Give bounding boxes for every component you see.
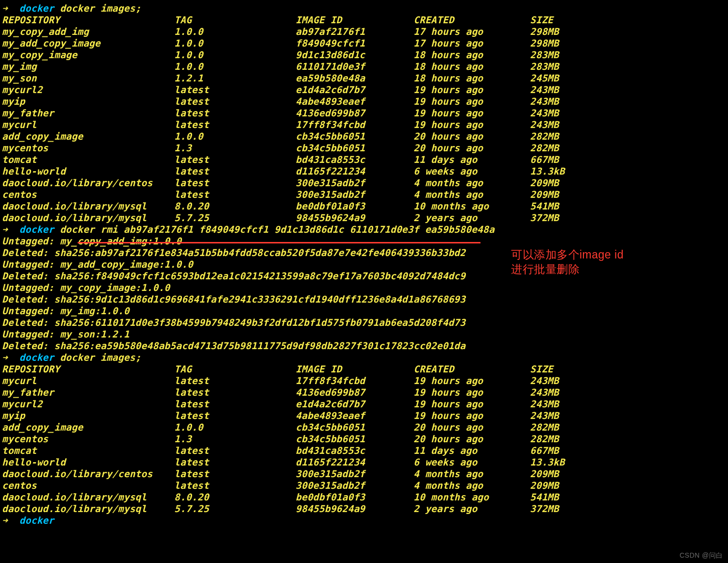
table-row: myiplatest4abe4893eaef19 hours ago243MB bbox=[2, 96, 728, 108]
cell-size: 282MB bbox=[530, 131, 559, 143]
cell-image-id: 4abe4893eaef bbox=[296, 96, 414, 108]
cell-repository: add_copy_image bbox=[2, 422, 174, 434]
cell-tag: 1.3 bbox=[174, 434, 296, 445]
cell-tag: 1.0.0 bbox=[174, 131, 296, 143]
cell-repository: daocloud.io/library/mysql bbox=[2, 503, 174, 515]
cell-created: 18 hours ago bbox=[414, 61, 530, 73]
cell-created: 4 months ago bbox=[414, 177, 530, 189]
cell-image-id: ea59b580e48a bbox=[296, 73, 414, 84]
cell-image-id: bd431ca8553c bbox=[296, 154, 414, 166]
cell-image-id: 4abe4893eaef bbox=[296, 410, 414, 422]
cell-tag: latest bbox=[174, 445, 296, 457]
cell-image-id: 300e315adb2f bbox=[296, 480, 414, 492]
cell-size: 298MB bbox=[530, 38, 559, 49]
cell-created: 2 years ago bbox=[414, 212, 530, 224]
cell-image-id: be0dbf01a0f3 bbox=[296, 201, 414, 212]
cell-created: 11 days ago bbox=[414, 154, 530, 166]
cell-image-id: cb34c5bb6051 bbox=[296, 434, 414, 445]
cell-image-id: cb34c5bb6051 bbox=[296, 422, 414, 434]
table-row: mycurllatest17ff8f34fcbd19 hours ago243M… bbox=[2, 119, 728, 131]
output-line: Untagged: my_copy_image:1.0.0 bbox=[2, 282, 728, 294]
cell-image-id: 4136ed699b87 bbox=[296, 108, 414, 119]
cell-created: 19 hours ago bbox=[414, 119, 530, 131]
cell-image-id: e1d4a2c6d7b7 bbox=[296, 399, 414, 410]
cell-image-id: bd431ca8553c bbox=[296, 445, 414, 457]
cell-size: 372MB bbox=[530, 503, 559, 515]
table-row: my_img1.0.06110171d0e3f18 hours ago283MB bbox=[2, 61, 728, 73]
cell-created: 19 hours ago bbox=[414, 84, 530, 96]
table-row: mycurl2lateste1d4a2c6d7b719 hours ago243… bbox=[2, 84, 728, 96]
cell-tag: 8.0.20 bbox=[174, 492, 296, 503]
cell-created: 20 hours ago bbox=[414, 422, 530, 434]
cell-repository: myip bbox=[2, 410, 174, 422]
table-row: daocloud.io/library/centoslatest300e315a… bbox=[2, 177, 728, 189]
cell-size: 209MB bbox=[530, 177, 559, 189]
table-row: centoslatest300e315adb2f4 months ago209M… bbox=[2, 189, 728, 201]
col-tag: TAG bbox=[174, 15, 296, 26]
cell-tag: 1.0.0 bbox=[174, 38, 296, 49]
table-row: hello-worldlatestd1165f2212346 weeks ago… bbox=[2, 457, 728, 468]
cell-created: 20 hours ago bbox=[414, 143, 530, 154]
cell-image-id: d1165f221234 bbox=[296, 457, 414, 468]
cell-repository: my_copy_add_img bbox=[2, 26, 174, 38]
cell-size: 282MB bbox=[530, 434, 559, 445]
cell-repository: my_father bbox=[2, 387, 174, 399]
cell-repository: my_copy_image bbox=[2, 49, 174, 61]
cell-image-id: 300e315adb2f bbox=[296, 468, 414, 480]
cell-repository: daocloud.io/library/mysql bbox=[2, 201, 174, 212]
cell-size: 298MB bbox=[530, 26, 559, 38]
table-row: mycurl2lateste1d4a2c6d7b719 hours ago243… bbox=[2, 399, 728, 410]
cell-size: 209MB bbox=[530, 480, 559, 492]
cell-tag: 8.0.20 bbox=[174, 201, 296, 212]
cell-size: 282MB bbox=[530, 143, 559, 154]
cell-image-id: d1165f221234 bbox=[296, 166, 414, 177]
cell-created: 10 months ago bbox=[414, 201, 530, 212]
cell-tag: 5.7.25 bbox=[174, 503, 296, 515]
cell-tag: latest bbox=[174, 84, 296, 96]
prompt-line[interactable]: ➜ docker docker rmi ab97af2176f1 f849049… bbox=[2, 224, 728, 236]
cell-image-id: 9d1c13d86d1c bbox=[296, 49, 414, 61]
cell-created: 19 hours ago bbox=[414, 108, 530, 119]
cell-created: 17 hours ago bbox=[414, 38, 530, 49]
cell-image-id: 98455b9624a9 bbox=[296, 212, 414, 224]
col-created: CREATED bbox=[414, 364, 530, 375]
cell-size: 243MB bbox=[530, 84, 559, 96]
cell-created: 19 hours ago bbox=[414, 375, 530, 387]
cell-tag: latest bbox=[174, 375, 296, 387]
cell-size: 283MB bbox=[530, 49, 559, 61]
cell-repository: my_add_copy_image bbox=[2, 38, 174, 49]
col-size: SIZE bbox=[530, 15, 553, 26]
table-row: daocloud.io/library/mysql5.7.2598455b962… bbox=[2, 503, 728, 515]
cell-tag: 1.0.0 bbox=[174, 26, 296, 38]
cell-image-id: ab97af2176f1 bbox=[296, 26, 414, 38]
cell-created: 6 weeks ago bbox=[414, 166, 530, 177]
cell-image-id: 17ff8f34fcbd bbox=[296, 119, 414, 131]
cell-repository: centos bbox=[2, 480, 174, 492]
col-repository: REPOSITORY bbox=[2, 364, 174, 375]
cell-image-id: be0dbf01a0f3 bbox=[296, 492, 414, 503]
cell-size: 283MB bbox=[530, 61, 559, 73]
cell-repository: tomcat bbox=[2, 154, 174, 166]
col-image-id: IMAGE ID bbox=[296, 364, 414, 375]
command-text: docker rmi ab97af2176f1 f849049cfcf1 9d1… bbox=[54, 224, 494, 236]
cell-created: 19 hours ago bbox=[414, 96, 530, 108]
table-row: my_add_copy_image1.0.0f849049cfcf117 hou… bbox=[2, 38, 728, 49]
cell-size: 541MB bbox=[530, 201, 559, 212]
prompt-line[interactable]: ➜ docker docker images; bbox=[2, 352, 728, 364]
cell-tag: 1.2.1 bbox=[174, 73, 296, 84]
table-row: my_fatherlatest4136ed699b8719 hours ago2… bbox=[2, 387, 728, 399]
cell-created: 2 years ago bbox=[414, 503, 530, 515]
cell-created: 18 hours ago bbox=[414, 73, 530, 84]
cell-size: 243MB bbox=[530, 96, 559, 108]
prompt-line[interactable]: ➜ docker bbox=[2, 515, 728, 527]
prompt-arrow-icon: ➜ bbox=[2, 224, 19, 236]
table-row: my_son1.2.1ea59b580e48a18 hours ago245MB bbox=[2, 73, 728, 84]
cell-size: 243MB bbox=[530, 410, 559, 422]
output-line: Untagged: my_img:1.0.0 bbox=[2, 306, 728, 317]
table-row: mycentos1.3cb34c5bb605120 hours ago282MB bbox=[2, 434, 728, 445]
prompt-line[interactable]: ➜ docker docker images; bbox=[2, 3, 728, 15]
annotation-text: 可以添加多个image id 进行批量删除 bbox=[511, 247, 624, 276]
cell-tag: latest bbox=[174, 96, 296, 108]
cell-tag: latest bbox=[174, 387, 296, 399]
cell-repository: mycurl bbox=[2, 375, 174, 387]
